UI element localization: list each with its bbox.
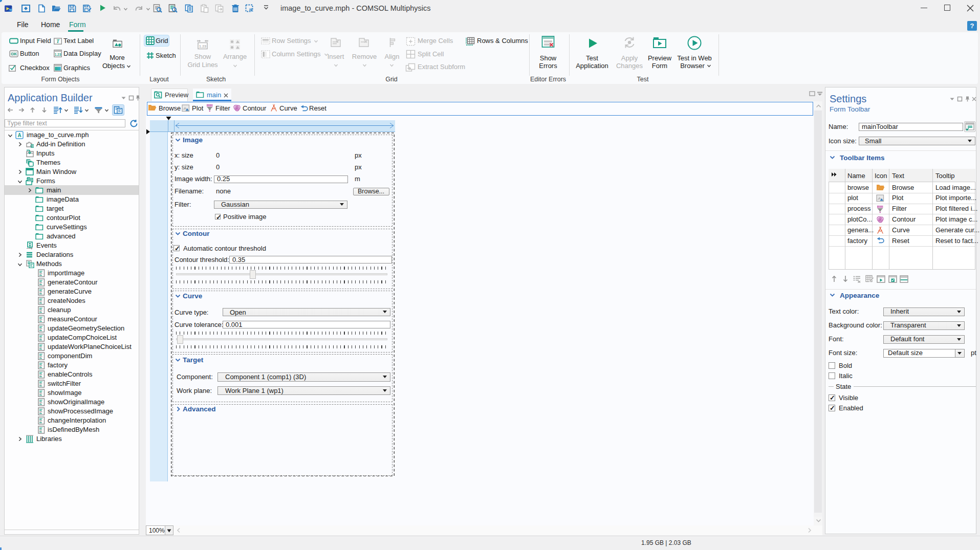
svg-text:T: T bbox=[56, 38, 60, 44]
svg-text:1.23: 1.23 bbox=[199, 44, 207, 49]
svg-text:A: A bbox=[17, 133, 21, 138]
